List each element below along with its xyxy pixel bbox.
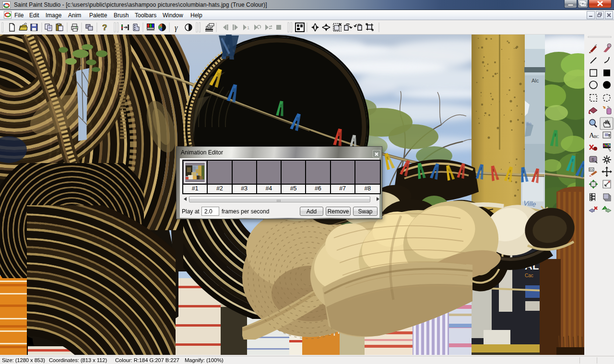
- svg-text:Alc: Alc: [531, 78, 539, 83]
- svg-text:γ: γ: [175, 23, 178, 32]
- svg-text:Cac: Cac: [525, 273, 533, 278]
- svg-text:FX: FX: [590, 168, 593, 171]
- svg-text:ille: ille: [526, 121, 532, 127]
- svg-text:1: 1: [247, 25, 249, 30]
- svg-text:S: S: [591, 157, 594, 162]
- svg-text:?: ?: [102, 23, 107, 32]
- svg-text:BC: BC: [594, 135, 599, 139]
